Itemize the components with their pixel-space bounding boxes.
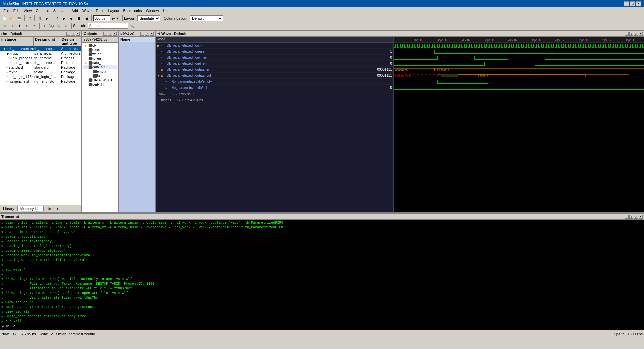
minimize-btn[interactable]: ─ [624,1,629,6]
panel-ctrl-close[interactable]: ✕ [76,32,80,36]
active-ctrl-close[interactable]: ✕ [150,32,154,36]
obj-item[interactable]: ▶ ⬛ full [83,74,117,78]
obj-ctrl-2[interactable]: → [108,32,112,36]
active-ctrl-2[interactable]: → [145,32,149,36]
menu-item-add[interactable]: Add [70,8,80,13]
menu-item-bookmarks[interactable]: Bookmarks [121,8,144,13]
layout-select[interactable]: Simulate [137,15,160,21]
trans-ctrl-close[interactable]: ✕ [639,215,643,219]
close-btn[interactable]: ✕ [636,1,641,6]
sig-row-expand[interactable]: ▶ [156,44,161,47]
tree-row[interactable]: ▼ ▪ tb_parametrizedfifo... tb_parame... … [0,46,81,51]
panel-ctrl-1[interactable]: ← [66,32,70,36]
panel-ctrl-2[interactable]: → [71,32,75,36]
zoom-full-btn[interactable]: ⤢ [63,22,70,29]
menu-item-help[interactable]: Help [161,8,173,13]
tree-row[interactable]: ▶ ▪ standard standard Package [0,65,81,70]
compile-btn[interactable]: ⚙ [36,15,43,22]
library-tab[interactable]: Library [0,206,17,212]
tree-row[interactable]: ▶ ▪ std_logic_1164 std_logic_1... Packag… [0,74,81,79]
obj-item[interactable]: ▶ ⬛ data_in [83,61,117,65]
menu-item-file[interactable]: File [1,8,11,13]
menu-item-compile[interactable]: Compile [34,8,51,13]
time-unit-btn[interactable]: ps ▼ [111,15,121,22]
obj-item[interactable]: ▶ ⬛ empty [83,69,117,74]
tab-scroll-right[interactable]: ▶ [55,207,60,210]
trans-ctrl-1[interactable]: ← [625,215,629,219]
sim-time-input[interactable] [93,15,110,21]
run-btn[interactable]: ▶ [61,15,68,22]
restart-btn[interactable]: ↺ [54,15,60,22]
obj-ctrl-1[interactable]: ← [103,32,107,36]
memory-list-tab[interactable]: Memory List [17,206,44,211]
transcript-content[interactable]: # Compiling architectural behavior of tb… [0,220,644,330]
print-btn[interactable]: 🖨 [26,15,33,22]
signal-row[interactable]: ▶ ≈ /tb_parametrizedfifo/empty [156,79,393,85]
tree-row[interactable]: ▶ ▪ uut parametriz... Architecture [0,51,81,56]
active-ctrl-1[interactable]: ← [140,32,144,36]
open-btn[interactable]: 📂 [9,15,15,22]
tree-row[interactable]: ▶ ▪ textio textio Package [0,70,81,74]
waveform-display[interactable]: 50 ns 100 ns 150 ns 200 ns 250 ns 300 ns… [394,37,644,212]
signal-row[interactable]: ▶ ≈ /tb_parametrizedfifo/rd_en 0 [156,61,393,67]
break-btn[interactable]: ⏸ [76,15,83,22]
signal-row[interactable]: ▼ ▦ /tb_parametrizedfifo/data_out 000011… [156,73,393,79]
search-input[interactable] [88,23,128,29]
stop-btn[interactable]: ⏹ [83,15,90,22]
trans-ctrl-3[interactable]: ⤢ [634,215,638,219]
obj-item[interactable]: ▶ ⬛ DEPTH [83,82,117,87]
menu-item-tools[interactable]: Tools [94,8,106,13]
sig-row-expand[interactable]: ▼ [156,74,161,77]
expand-icon[interactable]: ▶ [7,52,9,55]
obj-item[interactable]: ▶ ⬛ reset [83,48,117,52]
obj-ctrl-close[interactable]: ✕ [113,32,117,36]
step-btn[interactable]: ⏭ [68,15,75,22]
wave-ctrl-close[interactable]: ✕ [639,32,643,36]
menu-item-window[interactable]: Window [144,8,161,13]
tb2-btn5[interactable]: ✓ [31,22,38,29]
obj-item[interactable]: ▶ ⬛ DATA_WIDTH [83,78,117,82]
obj-item[interactable]: ▶ ⬛ rd_en [83,56,117,61]
save-btn[interactable]: 💾 [16,15,23,22]
maximize-btn[interactable]: □ [630,1,635,6]
sim-tab[interactable]: sim [44,206,55,212]
obj-item[interactable]: ▶ ⬛ clk [83,43,117,48]
trans-ctrl-2[interactable]: ↕ [629,215,633,219]
signal-row[interactable]: ▶ ≈ /tb_parametrizedfifo/wr_en 0 [156,55,393,61]
signal-row[interactable]: ▶ ▦ /tb_parametrizedfifo/data_in 0000111… [156,67,393,73]
menu-item-layout[interactable]: Layout [106,8,121,13]
expand-icon[interactable]: ▼ [3,47,6,51]
wave-nav-left[interactable]: ◀ [157,31,160,36]
simulate-btn[interactable]: ▶ [44,15,50,22]
tree-row[interactable]: ▶ ▪ numeric_std numeric_std Package [0,79,81,84]
zoom-out-btn[interactable]: 🔍- [56,22,62,29]
wave-ctrl-1[interactable]: ← [625,32,629,36]
sig-expand[interactable]: ▶ [84,44,88,47]
column-layout-select[interactable]: Default [190,15,223,21]
menu-item-view[interactable]: View [22,8,34,13]
menu-item-simulate[interactable]: Simulate [51,8,70,13]
sig-expand[interactable]: ▶ [84,61,88,65]
zoom-in-btn[interactable]: 🔍+ [48,22,55,29]
signal-row[interactable]: ▶ ≈ /tb_parametrizedfifo/full 0 [156,85,393,91]
new-btn[interactable]: 📄 [1,15,8,22]
objects-tree[interactable]: ▶ ⬛ clk ▶ ⬛ reset ▶ ⬛ wr_en ▶ [82,43,118,212]
obj-item[interactable]: ▶ ⬛ wr_en [83,52,117,56]
signal-row[interactable]: ▶ ≈ /tb_parametrizedfifo/reset 1 [156,49,393,55]
signal-row[interactable]: ▶ ≈ /tb_parametrizedfifo/clk [156,43,393,49]
tb2-btn4[interactable]: ↕ [23,22,30,29]
tb2-btn2[interactable]: ⬆ [9,22,15,29]
tree-row[interactable]: ▶ ▪ stim_proc tb_parame... Process [0,60,81,65]
wave-ctrl-3[interactable]: ⤢ [634,32,638,36]
cursor-btn[interactable]: ↕ [41,22,48,29]
wave-ctrl-2[interactable]: ↕ [629,32,633,36]
tb2-btn3[interactable]: ⬇ [16,22,23,29]
sig-expand[interactable]: ▼ [84,66,88,69]
tree-row[interactable]: ▶ ▪ clk_process tb_parame... Process [0,56,81,60]
menu-item-edit[interactable]: Edit [11,8,22,13]
obj-item[interactable]: ▼ ⬛ data_out [83,65,117,69]
instance-tree[interactable]: Instance Design unit Design unit type ▼ … [0,37,81,205]
tb2-btn1[interactable]: ↖ [1,22,8,29]
search-btn[interactable]: 🔍 [129,22,136,29]
menu-item-wave[interactable]: Wave [80,8,94,13]
